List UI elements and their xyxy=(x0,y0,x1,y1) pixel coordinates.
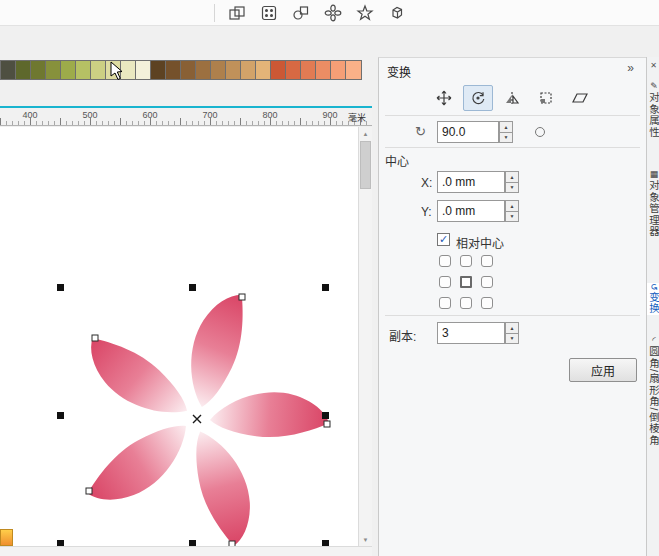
relative-center-checkbox[interactable]: ✓ xyxy=(437,233,450,246)
scroll-down-icon[interactable]: ▼ xyxy=(359,533,372,546)
transform-position-button[interactable] xyxy=(429,85,459,111)
ruler: 毫米 400500600700800900 xyxy=(0,108,372,126)
anchor-grid xyxy=(439,255,493,309)
docker-tab-fillet-scallop-chamfer[interactable]: ◜圆角/扇形角/倒棱角 xyxy=(647,335,659,446)
palette-swatch[interactable] xyxy=(16,61,31,79)
weld-shapes-icon[interactable] xyxy=(288,2,313,23)
relative-center-label: 相对中心 xyxy=(456,234,504,251)
star-shape-icon[interactable] xyxy=(352,2,377,23)
vertical-scrollbar[interactable]: ▲ ▼ xyxy=(358,127,372,546)
color-palette xyxy=(0,60,362,80)
separator xyxy=(385,315,640,316)
transform-docker: 变换 » ↻ ▲ ▼ 中心 X: ▲ ▼ Y: ▲ ▼ xyxy=(378,57,646,556)
palette-swatch[interactable] xyxy=(181,61,196,79)
anchor-cell-2[interactable] xyxy=(481,255,493,267)
drawing-canvas[interactable] xyxy=(0,127,358,546)
transform-icon: ↺ xyxy=(649,283,659,292)
docker-tab-label: 对象管理器 xyxy=(648,180,659,238)
palette-swatch[interactable] xyxy=(346,61,361,79)
docker-collapse-icon[interactable]: » xyxy=(627,61,634,75)
transform-rotate-button[interactable] xyxy=(463,85,493,111)
docker-close-icon[interactable]: ✕ xyxy=(647,61,659,70)
palette-swatch[interactable] xyxy=(1,61,16,79)
docker-tab-object-manager[interactable]: ▦对象管理器 xyxy=(647,169,659,238)
horizontal-scrollbar[interactable] xyxy=(0,546,372,556)
cube-shape-icon[interactable] xyxy=(384,2,409,23)
palette-swatch[interactable] xyxy=(271,61,286,79)
fillet-scallop-chamfer-icon: ◜ xyxy=(649,335,659,346)
palette-swatch[interactable] xyxy=(256,61,271,79)
transform-scale-mirror-button[interactable] xyxy=(497,85,527,111)
transform-skew-button[interactable] xyxy=(565,85,595,111)
angle-spin-down-button[interactable]: ▼ xyxy=(499,133,513,144)
flower-drawing[interactable] xyxy=(0,127,358,546)
selection-handle[interactable] xyxy=(57,412,64,419)
anchor-cell-6[interactable] xyxy=(439,297,451,309)
angle-spin-up-button[interactable]: ▲ xyxy=(499,121,513,133)
ruler-tick-label: 900 xyxy=(322,110,337,120)
copies-label: 副本: xyxy=(389,327,416,344)
palette-swatch[interactable] xyxy=(301,61,316,79)
ruler-tick-label: 600 xyxy=(142,110,157,120)
copies-input[interactable] xyxy=(437,322,505,344)
palette-swatch[interactable] xyxy=(316,61,331,79)
copies-spin-up-button[interactable]: ▲ xyxy=(505,322,519,334)
anchor-cell-7[interactable] xyxy=(460,297,472,309)
duplicate-shapes-icon[interactable] xyxy=(224,2,249,23)
palette-swatch[interactable] xyxy=(196,61,211,79)
copies-spin-down-button[interactable]: ▼ xyxy=(505,334,519,345)
transform-size-button[interactable] xyxy=(531,85,561,111)
palette-swatch[interactable] xyxy=(61,61,76,79)
ruler-tick-label: 400 xyxy=(22,110,37,120)
palette-swatch[interactable] xyxy=(151,61,166,79)
docker-tab-label: 对象属性 xyxy=(648,92,659,138)
docker-tab-label: 圆角/扇形角/倒棱角 xyxy=(648,346,659,446)
palette-swatch[interactable] xyxy=(226,61,241,79)
toolbar-separator xyxy=(214,4,215,22)
palette-swatch[interactable] xyxy=(46,61,61,79)
selection-handle[interactable] xyxy=(322,284,329,291)
anchor-cell-8[interactable] xyxy=(481,297,493,309)
anchor-cell-3[interactable] xyxy=(439,276,451,288)
flower-shape-icon[interactable] xyxy=(320,2,345,23)
palette-swatch[interactable] xyxy=(136,61,151,79)
rotation-angle-input[interactable] xyxy=(437,121,499,143)
top-toolbar xyxy=(0,0,659,26)
pattern-fill-icon[interactable] xyxy=(256,2,281,23)
separator xyxy=(385,115,640,116)
selection-handle[interactable] xyxy=(322,412,329,419)
separator xyxy=(385,147,640,148)
palette-swatch[interactable] xyxy=(241,61,256,79)
palette-swatch[interactable] xyxy=(331,61,346,79)
object-properties-icon: ✎ xyxy=(649,81,659,92)
angle-dial-icon[interactable] xyxy=(535,127,545,137)
anchor-cell-0[interactable] xyxy=(439,255,451,267)
ruler-tick-label: 700 xyxy=(202,110,217,120)
palette-swatch[interactable] xyxy=(76,61,91,79)
anchor-cell-1[interactable] xyxy=(460,255,472,267)
docker-tab-transform[interactable]: ↺变换 xyxy=(647,283,659,315)
docker-tab-object-properties[interactable]: ✎对象属性 xyxy=(647,81,659,138)
document-palette-swatch[interactable] xyxy=(0,529,13,546)
apply-button[interactable]: 应用 xyxy=(569,358,637,382)
selection-handle[interactable] xyxy=(189,284,196,291)
x-label: X: xyxy=(421,176,432,190)
palette-swatch[interactable] xyxy=(166,61,181,79)
y-center-input[interactable] xyxy=(437,200,505,222)
ruler-unit-label: 毫米 xyxy=(348,111,366,124)
x-center-input[interactable] xyxy=(437,171,505,193)
palette-swatch[interactable] xyxy=(211,61,226,79)
palette-swatch[interactable] xyxy=(31,61,46,79)
palette-swatch[interactable] xyxy=(91,61,106,79)
anchor-cell-5[interactable] xyxy=(481,276,493,288)
selection-handle[interactable] xyxy=(57,284,64,291)
x-spin-down-button[interactable]: ▼ xyxy=(505,183,519,194)
y-spin-up-button[interactable]: ▲ xyxy=(505,200,519,212)
x-spin-up-button[interactable]: ▲ xyxy=(505,171,519,183)
palette-swatch[interactable] xyxy=(286,61,301,79)
scroll-up-icon[interactable]: ▲ xyxy=(359,127,372,140)
scrollbar-thumb[interactable] xyxy=(360,141,371,189)
y-spin-down-button[interactable]: ▼ xyxy=(505,212,519,223)
anchor-cell-4[interactable] xyxy=(460,276,472,288)
center-section-label: 中心 xyxy=(385,152,409,169)
